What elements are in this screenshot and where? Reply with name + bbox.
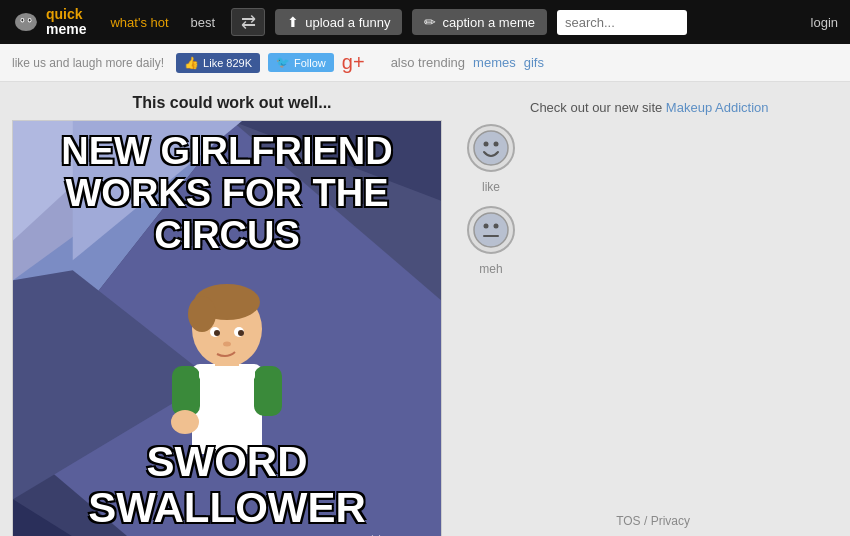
meme-image: NEW GIRLFRIEND WORKS FOR THE CIRCUS SWOR… bbox=[12, 120, 442, 536]
svg-rect-29 bbox=[199, 366, 255, 380]
gplus-icon: g+ bbox=[342, 51, 365, 73]
whats-hot-link[interactable]: what's hot bbox=[104, 11, 174, 34]
svg-point-33 bbox=[474, 213, 508, 247]
svg-point-30 bbox=[474, 131, 508, 165]
facebook-like-button[interactable]: 👍 Like 829K bbox=[176, 53, 260, 73]
svg-point-0 bbox=[15, 13, 37, 31]
gifs-link[interactable]: gifs bbox=[524, 55, 544, 70]
shuffle-icon: ⇄ bbox=[241, 11, 256, 33]
twitter-bird-icon: 🐦 bbox=[276, 56, 290, 69]
like-label: like bbox=[482, 180, 500, 194]
meh-icon bbox=[473, 212, 509, 248]
svg-point-35 bbox=[494, 224, 499, 229]
follow-label: Follow bbox=[294, 57, 326, 69]
upload-label: upload a funny bbox=[305, 15, 390, 30]
svg-rect-25 bbox=[172, 366, 200, 416]
reactions-sidebar: like meh bbox=[466, 124, 516, 276]
tos-link[interactable]: TOS bbox=[616, 514, 640, 528]
caption-label: caption a meme bbox=[442, 15, 535, 30]
like-icon bbox=[473, 130, 509, 166]
svg-point-27 bbox=[171, 410, 199, 434]
makeup-addiction-link[interactable]: Makeup Addiction bbox=[666, 100, 769, 115]
svg-point-34 bbox=[484, 224, 489, 229]
login-button[interactable]: login bbox=[811, 15, 838, 30]
caption-button[interactable]: ✏ caption a meme bbox=[412, 9, 547, 35]
thumb-icon: 👍 bbox=[184, 56, 199, 70]
shuffle-button[interactable]: ⇄ bbox=[231, 8, 265, 36]
content-area: This could work out well... bbox=[12, 94, 452, 536]
meh-label: meh bbox=[479, 262, 502, 276]
svg-point-32 bbox=[494, 142, 499, 147]
svg-point-22 bbox=[238, 330, 244, 336]
new-site-prefix: Check out our new site bbox=[530, 100, 662, 115]
logo-icon bbox=[12, 12, 40, 32]
logo-line1: quick bbox=[46, 7, 86, 22]
tagline-text: like us and laugh more daily! bbox=[12, 56, 164, 70]
svg-point-4 bbox=[29, 19, 31, 22]
header: quick meme what's hot best ⇄ ⬆ upload a … bbox=[0, 0, 850, 44]
meme-bottom-text: SWORD SWALLOWER bbox=[23, 439, 431, 531]
like-button[interactable] bbox=[467, 124, 515, 172]
meme-title: This could work out well... bbox=[12, 94, 452, 112]
caption-icon: ✏ bbox=[424, 14, 436, 30]
svg-point-3 bbox=[21, 19, 23, 22]
right-panel: Check out our new site Makeup Addiction bbox=[530, 94, 838, 115]
tos-separator: / bbox=[644, 514, 647, 528]
main-area: This could work out well... bbox=[0, 82, 850, 536]
twitter-follow-button[interactable]: 🐦 Follow bbox=[268, 53, 334, 72]
svg-point-21 bbox=[214, 330, 220, 336]
also-trending-label: also trending bbox=[391, 55, 465, 70]
upload-button[interactable]: ⬆ upload a funny bbox=[275, 9, 402, 35]
svg-point-23 bbox=[223, 342, 231, 347]
search-input[interactable] bbox=[557, 10, 687, 35]
meh-button[interactable] bbox=[467, 206, 515, 254]
upload-icon: ⬆ bbox=[287, 14, 299, 30]
new-site-text: Check out our new site Makeup Addiction bbox=[530, 100, 838, 115]
memes-link[interactable]: memes bbox=[473, 55, 516, 70]
subheader: like us and laugh more daily! 👍 Like 829… bbox=[0, 44, 850, 82]
best-link[interactable]: best bbox=[185, 11, 222, 34]
svg-rect-26 bbox=[254, 366, 282, 416]
fb-count: Like 829K bbox=[203, 57, 252, 69]
tos-footer: TOS / Privacy bbox=[616, 514, 690, 528]
svg-point-31 bbox=[484, 142, 489, 147]
meme-top-text: NEW GIRLFRIEND WORKS FOR THE CIRCUS bbox=[23, 131, 431, 256]
google-plus-button[interactable]: g+ bbox=[342, 51, 365, 74]
logo-line2: meme bbox=[46, 22, 86, 37]
privacy-link[interactable]: Privacy bbox=[651, 514, 690, 528]
logo-area[interactable]: quick meme bbox=[12, 7, 86, 38]
svg-point-18 bbox=[188, 296, 216, 332]
